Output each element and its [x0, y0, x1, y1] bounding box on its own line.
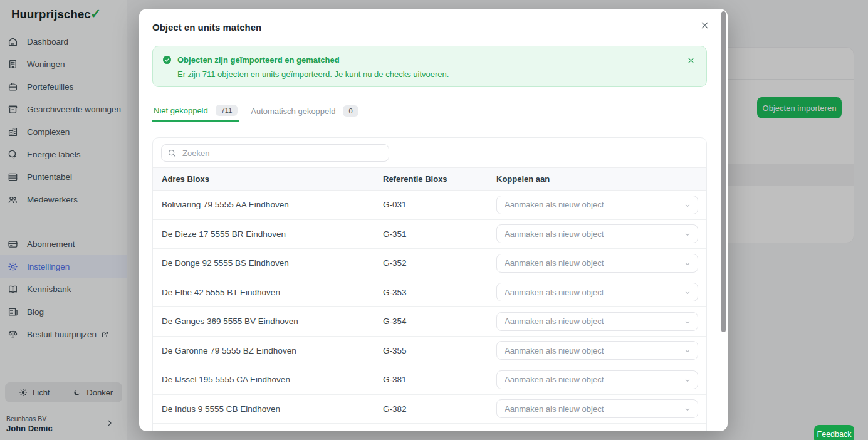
row-reference: G-382	[374, 404, 496, 414]
tab-automatisch-gekoppeld[interactable]: Automatisch gekoppeld 0	[249, 100, 359, 122]
table-row: De Elbe 42 5555 BT Eindhoven G-353 Aanma…	[153, 278, 706, 308]
table-row: De Donge 92 5555 BS Eindhoven G-352 Aanm…	[153, 249, 706, 278]
chevron-down-icon	[684, 260, 691, 268]
row-address: De Dieze 17 5555 BR Eindhoven	[153, 229, 374, 239]
alert-close-icon[interactable]	[687, 56, 695, 65]
koppelen-dropdown[interactable]: Aanmaken als nieuw object	[496, 283, 698, 301]
alert-title: Objecten zijn geïmporteerd en gematched	[177, 55, 340, 65]
table-row: Boliviaring 79 5555 AA Eindhoven G-031 A…	[153, 191, 706, 220]
chevron-down-icon	[684, 347, 691, 355]
row-reference: G-353	[374, 288, 496, 297]
row-reference: G-031	[374, 200, 496, 209]
table-row-partial	[153, 424, 706, 431]
koppelen-dropdown[interactable]: Aanmaken als nieuw object	[496, 196, 698, 214]
row-reference: G-354	[374, 317, 496, 326]
feedback-button[interactable]: Feedback	[814, 425, 854, 440]
column-header-adres: Adres Bloxs	[153, 174, 374, 184]
table-body: Boliviaring 79 5555 AA Eindhoven G-031 A…	[153, 191, 706, 424]
modal-close-icon[interactable]	[700, 21, 709, 30]
row-address: Boliviaring 79 5555 AA Eindhoven	[153, 200, 374, 209]
chevron-down-icon	[684, 202, 691, 209]
modal-scrollbar[interactable]	[721, 11, 726, 332]
row-reference: G-351	[374, 229, 496, 239]
row-address: De Elbe 42 5555 BT Eindhoven	[153, 288, 374, 297]
koppelen-dropdown[interactable]: Aanmaken als nieuw object	[496, 254, 698, 273]
chevron-down-icon	[684, 231, 691, 238]
row-address: De Donge 92 5555 BS Eindhoven	[153, 258, 374, 268]
match-objects-modal: Object en units matchen Objecten zijn ge…	[139, 9, 728, 431]
row-reference: G-355	[374, 346, 496, 355]
modal-tabs: Niet gekoppeld 711 Automatisch gekoppeld…	[152, 100, 707, 122]
koppelen-dropdown[interactable]: Aanmaken als nieuw object	[496, 341, 698, 360]
row-reference: G-352	[374, 258, 496, 268]
row-address: De Indus 9 5555 CB Eindhoven	[153, 404, 374, 414]
column-header-koppelen: Koppelen aan	[496, 174, 706, 184]
column-header-referentie: Referentie Bloxs	[374, 174, 496, 184]
success-alert: Objecten zijn geïmporteerd en gematched …	[152, 46, 707, 87]
table-row: De Garonne 79 5555 BZ Eindhoven G-355 Aa…	[153, 337, 706, 366]
modal-title: Object en units matchen	[152, 22, 261, 33]
table-header: Adres Bloxs Referentie Bloxs Koppelen aa…	[153, 167, 706, 191]
tab-badge: 0	[343, 105, 358, 117]
chevron-down-icon	[684, 377, 691, 384]
chevron-down-icon	[684, 406, 691, 413]
koppelen-dropdown[interactable]: Aanmaken als nieuw object	[496, 399, 698, 418]
koppelen-dropdown[interactable]: Aanmaken als nieuw object	[496, 370, 698, 389]
koppelen-dropdown[interactable]: Aanmaken als nieuw object	[496, 312, 698, 331]
table-row: De Dieze 17 5555 BR Eindhoven G-351 Aanm…	[153, 220, 706, 249]
chevron-down-icon	[684, 289, 691, 296]
search-icon	[167, 149, 177, 158]
koppelen-dropdown[interactable]: Aanmaken als nieuw object	[496, 224, 698, 243]
check-circle-icon	[162, 55, 172, 65]
row-address: De Ganges 369 5555 BV Eindhoven	[153, 317, 374, 326]
tab-badge: 711	[216, 105, 238, 116]
row-reference: G-381	[374, 375, 496, 384]
chevron-down-icon	[684, 318, 691, 326]
row-address: De Garonne 79 5555 BZ Eindhoven	[153, 346, 374, 355]
match-table-card: Adres Bloxs Referentie Bloxs Koppelen aa…	[152, 137, 707, 431]
search-input[interactable]	[161, 144, 389, 162]
table-row: De Indus 9 5555 CB Eindhoven G-382 Aanma…	[153, 395, 706, 424]
table-row: De Ganges 369 5555 BV Eindhoven G-354 Aa…	[153, 307, 706, 337]
alert-message: Er zijn 711 objecten en units geïmportee…	[177, 70, 449, 79]
tab-niet-gekoppeld[interactable]: Niet gekoppeld 711	[152, 100, 239, 122]
row-address: De IJssel 195 5555 CA Eindhoven	[153, 375, 374, 384]
table-row: De IJssel 195 5555 CA Eindhoven G-381 Aa…	[153, 365, 706, 395]
